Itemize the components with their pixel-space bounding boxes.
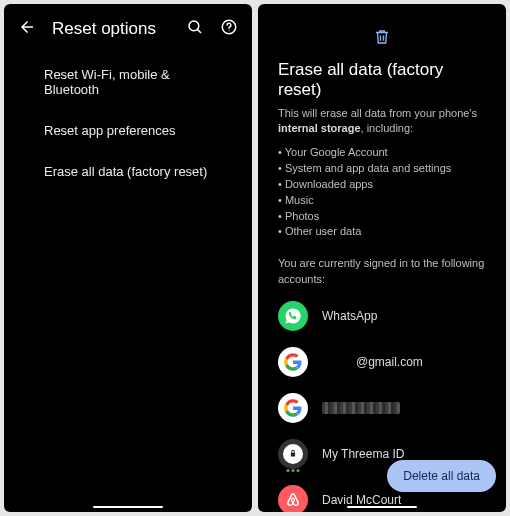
desc-pre: This will erase all data from your phone… [278, 107, 477, 119]
option-reset-app-prefs[interactable]: Reset app preferences [4, 110, 252, 151]
help-icon[interactable] [220, 18, 238, 40]
bullet-item: Downloaded apps [278, 177, 486, 193]
bullet-item: Other user data [278, 224, 486, 240]
search-icon[interactable] [186, 18, 204, 40]
screen-reset-options: Reset options Reset Wi-Fi, mobile & Blue… [4, 4, 252, 512]
signed-in-text: You are currently signed in to the follo… [278, 256, 486, 287]
home-indicator[interactable] [93, 506, 163, 508]
detail-description: This will erase all data from your phone… [278, 106, 486, 137]
trash-icon [278, 28, 486, 50]
svg-line-1 [197, 29, 201, 33]
whatsapp-icon [278, 301, 308, 331]
screen-erase-all-data: Erase all data (factory reset) This will… [258, 4, 506, 512]
svg-point-3 [228, 30, 229, 31]
detail-title: Erase all data (factory reset) [278, 60, 486, 100]
bullet-item: Your Google Account [278, 145, 486, 161]
page-title: Reset options [52, 19, 170, 39]
airbnb-icon [278, 485, 308, 512]
account-label: @gmail.com [356, 355, 423, 369]
delete-all-data-button[interactable]: Delete all data [387, 460, 496, 492]
account-whatsapp: WhatsApp [278, 301, 486, 331]
bullet-item: Photos [278, 209, 486, 225]
account-google-2 [278, 393, 486, 423]
erase-bullets: Your Google Account System and app data … [278, 145, 486, 241]
google-icon [278, 393, 308, 423]
google-icon [278, 347, 308, 377]
bullet-item: Music [278, 193, 486, 209]
account-label: WhatsApp [322, 309, 377, 323]
account-label: My Threema ID [322, 447, 404, 461]
svg-point-0 [189, 21, 199, 31]
options-list: Reset Wi-Fi, mobile & Bluetooth Reset ap… [4, 50, 252, 196]
app-header: Reset options [4, 4, 252, 50]
option-reset-wifi[interactable]: Reset Wi-Fi, mobile & Bluetooth [4, 54, 252, 110]
bullet-item: System and app data and settings [278, 161, 486, 177]
desc-post: , including: [361, 122, 414, 134]
option-erase-all-data[interactable]: Erase all data (factory reset) [4, 151, 252, 192]
home-indicator[interactable] [347, 506, 417, 508]
censored-account-label [322, 402, 400, 414]
threema-icon [278, 439, 308, 469]
desc-em: internal storage [278, 122, 361, 134]
back-icon[interactable] [18, 18, 36, 40]
account-google-1: @gmail.com [278, 347, 486, 377]
